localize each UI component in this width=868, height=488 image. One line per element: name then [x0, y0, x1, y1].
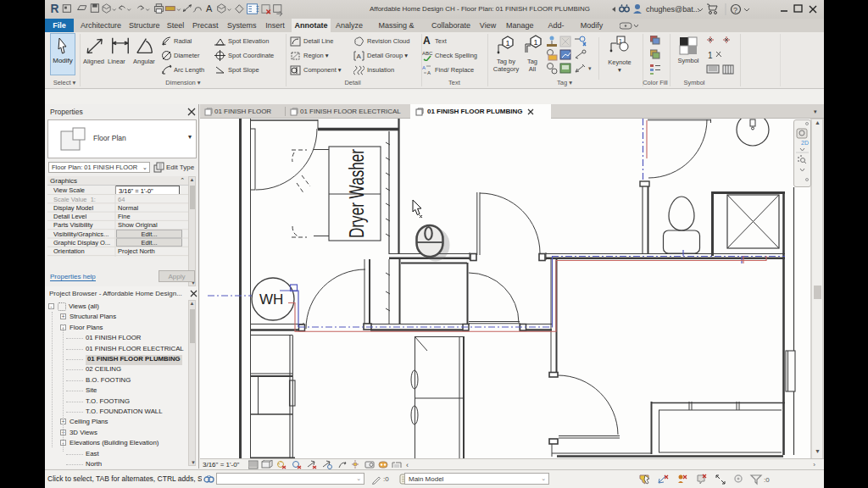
- svg-text:R: R: [51, 2, 59, 15]
- svg-text:A: A: [422, 65, 426, 70]
- svg-text:A: A: [357, 53, 362, 60]
- svg-text::0: :0: [764, 476, 770, 484]
- svg-text:Dryer Washer: Dryer Washer: [346, 149, 368, 238]
- svg-text:ABC: ABC: [422, 51, 433, 56]
- svg-text:?: ?: [733, 6, 737, 14]
- svg-text:WH: WH: [259, 291, 283, 308]
- svg-text:A: A: [427, 70, 431, 75]
- svg-text:chughes@bat...: chughes@bat...: [646, 5, 699, 14]
- svg-text:1: 1: [708, 51, 713, 60]
- svg-text:A: A: [206, 3, 213, 14]
- svg-text:1: 1: [506, 39, 510, 47]
- svg-text:‹: ‹: [406, 461, 409, 469]
- svg-text:1: 1: [534, 38, 538, 47]
- svg-text:2D: 2D: [801, 140, 809, 146]
